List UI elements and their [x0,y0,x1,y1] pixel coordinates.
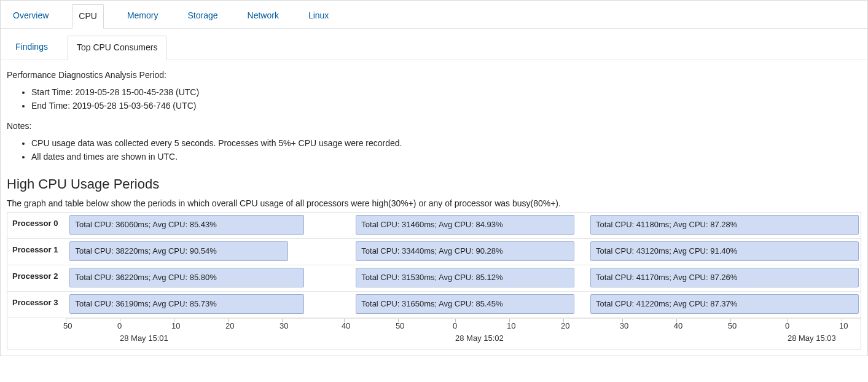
processor-timeline: Total CPU: 36190ms; Avg CPU: 85.73%Total… [66,292,861,318]
processor-row: Processor 3Total CPU: 36190ms; Avg CPU: … [7,292,861,318]
axis-tick-label: 10 [507,321,515,330]
processor-row: Processor 2Total CPU: 36220ms; Avg CPU: … [7,265,861,292]
processor-row: Processor 0Total CPU: 36060ms; Avg CPU: … [7,212,861,239]
cpu-usage-bar[interactable]: Total CPU: 36190ms; Avg CPU: 85.73% [69,294,304,314]
axis-tick-label: 10 [839,321,848,330]
notes-title: Notes: [7,121,861,131]
axis-time-label: 28 May 15:03 [788,333,836,343]
processor-timeline: Total CPU: 38220ms; Avg CPU: 90.54%Total… [66,239,861,265]
axis-tick-label: 0 [785,321,789,330]
time-axis-row: 50010203040500102030405001028 May 15:012… [7,318,861,349]
tab-memory[interactable]: Memory [121,4,165,29]
axis-tick-label: 10 [171,321,180,330]
note-item: CPU usage data was collected every 5 sec… [31,137,861,150]
sub-tabs: FindingsTop CPU Consumers [1,29,867,60]
cpu-usage-bar[interactable]: Total CPU: 31530ms; Avg CPU: 85.12% [356,268,574,287]
tab-storage[interactable]: Storage [181,4,224,29]
processor-label: Processor 0 [7,212,66,238]
subtab-findings[interactable]: Findings [7,36,57,60]
processor-timeline: Total CPU: 36220ms; Avg CPU: 85.80%Total… [66,265,861,291]
processor-label: Processor 2 [7,265,66,291]
cpu-usage-bar[interactable]: Total CPU: 36220ms; Avg CPU: 85.80% [69,268,304,287]
processor-row: Processor 1Total CPU: 38220ms; Avg CPU: … [7,239,861,265]
axis-spacer [7,318,66,349]
cpu-usage-bar[interactable]: Total CPU: 38220ms; Avg CPU: 90.54% [69,241,288,261]
tab-cpu[interactable]: CPU [72,4,104,29]
axis-tick-label: 0 [117,321,122,330]
content-area: Performance Diagnostics Analysis Period:… [1,60,867,349]
analysis-period-list: Start Time: 2019-05-28 15-00-45-238 (UTC… [7,86,861,112]
axis-tick-label: 50 [63,321,72,330]
subtab-top-cpu-consumers[interactable]: Top CPU Consumers [68,36,167,60]
axis-tick-label: 30 [280,321,288,330]
axis-tick-label: 20 [561,321,569,330]
tab-overview[interactable]: Overview [7,4,55,29]
main-tabs: OverviewCPUMemoryStorageNetworkLinux [1,1,867,29]
processor-timeline: Total CPU: 36060ms; Avg CPU: 85.43%Total… [66,212,861,238]
axis-time-label: 28 May 15:01 [120,333,168,343]
time-axis: 50010203040500102030405001028 May 15:012… [66,318,861,349]
axis-tick-label: 50 [728,321,737,330]
cpu-usage-bar[interactable]: Total CPU: 31460ms; Avg CPU: 84.93% [356,215,574,235]
start-time: Start Time: 2019-05-28 15-00-45-238 (UTC… [31,86,861,99]
note-item: All dates and times are shown in UTC. [31,150,861,164]
analysis-period-title: Performance Diagnostics Analysis Period: [7,70,861,80]
axis-tick-label: 0 [453,321,457,330]
cpu-usage-bar[interactable]: Total CPU: 36060ms; Avg CPU: 85.43% [69,215,304,235]
processor-label: Processor 3 [7,292,66,318]
processor-label: Processor 1 [7,239,66,265]
processor-timeline-table: Processor 0Total CPU: 36060ms; Avg CPU: … [7,212,861,349]
cpu-usage-bar[interactable]: Total CPU: 41220ms; Avg CPU: 87.37% [590,294,859,314]
section-description: The graph and table below show the perio… [7,198,861,208]
cpu-usage-bar[interactable]: Total CPU: 41170ms; Avg CPU: 87.26% [590,268,859,287]
cpu-usage-bar[interactable]: Total CPU: 43120ms; Avg CPU: 91.40% [590,241,859,261]
notes-list: CPU usage data was collected every 5 sec… [7,137,861,163]
tab-linux[interactable]: Linux [302,4,335,29]
cpu-usage-bar[interactable]: Total CPU: 33440ms; Avg CPU: 90.28% [356,241,574,261]
axis-time-label: 28 May 15:02 [455,333,504,343]
axis-tick-label: 50 [396,321,404,330]
cpu-usage-bar[interactable]: Total CPU: 31650ms; Avg CPU: 85.45% [356,294,574,314]
axis-tick-label: 40 [674,321,682,330]
axis-tick-label: 30 [620,321,628,330]
page-root: OverviewCPUMemoryStorageNetworkLinux Fin… [0,0,868,356]
tab-network[interactable]: Network [241,4,285,29]
section-heading: High CPU Usage Periods [7,176,861,192]
cpu-usage-bar[interactable]: Total CPU: 41180ms; Avg CPU: 87.28% [590,215,859,235]
end-time: End Time: 2019-05-28 15-03-56-746 (UTC) [31,99,861,113]
axis-tick-label: 40 [342,321,350,330]
axis-tick-label: 20 [225,321,234,330]
